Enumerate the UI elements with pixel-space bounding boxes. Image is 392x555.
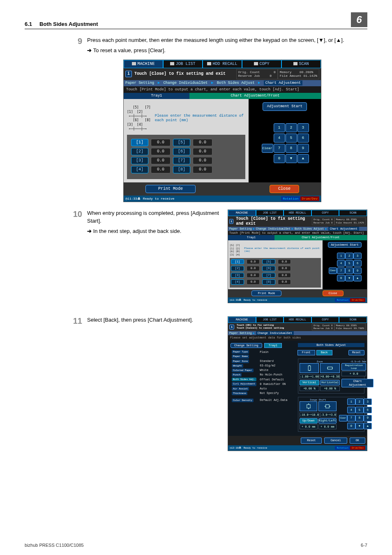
key-6[interactable]: 6 bbox=[297, 134, 309, 143]
tab-joblist[interactable]: JOB LIST bbox=[256, 210, 284, 216]
footer-model: bizhub PRESS C1100/C1085 bbox=[25, 543, 84, 548]
page-header: 6.1 Both Sides Adjustment 6 bbox=[25, 12, 367, 29]
crumb-chart-adjustment: Chart Adjustment bbox=[264, 81, 302, 85]
key-up[interactable]: ▲ bbox=[297, 154, 309, 163]
setting-paper-size[interactable]: Paper Size bbox=[232, 359, 249, 363]
setting-colored-paper[interactable]: Colored Paper bbox=[232, 368, 254, 372]
point-6-button[interactable]: [6] bbox=[173, 148, 190, 155]
tab-copy[interactable]: COPY bbox=[311, 317, 339, 322]
chevron-right-icon: ▶ bbox=[211, 81, 213, 85]
key-2[interactable]: 2 bbox=[286, 123, 297, 132]
key-3[interactable]: 3 bbox=[297, 123, 309, 132]
crumb-change-individual[interactable]: Change IndividualSet bbox=[163, 81, 208, 85]
tab-scan[interactable]: SCAN bbox=[339, 210, 367, 216]
close-button[interactable]: Close bbox=[270, 185, 299, 193]
point-3-button[interactable]: [3] bbox=[131, 157, 148, 164]
zoom-h-icon[interactable] bbox=[320, 363, 340, 373]
tab-scan[interactable]: SCAN bbox=[281, 60, 321, 68]
shift-h-icon[interactable] bbox=[318, 401, 337, 411]
point-1-value: 0.0 bbox=[151, 139, 171, 146]
tab-machine[interactable]: MACHINE bbox=[228, 317, 256, 322]
tab-machine[interactable]: MACHINE bbox=[228, 210, 256, 216]
tab-hdd[interactable]: HDD RECALL bbox=[284, 210, 311, 216]
status-bar: ◷11:33 🖶 Ready to receive Rotation Drum/… bbox=[124, 196, 321, 202]
setting-weight[interactable]: Weight bbox=[232, 364, 243, 368]
adjustment-start-button[interactable]: Adjustment Start bbox=[328, 242, 361, 248]
tab-tray1[interactable]: Tray1 bbox=[124, 93, 189, 99]
point-5-button[interactable]: [5] bbox=[173, 139, 190, 146]
point-value-table: [1]0.0[5]0.0 [2]0.0[6]0.0 [3]0.0[7]0.0 [… bbox=[127, 135, 245, 179]
tab-joblist[interactable]: JOB LIST bbox=[256, 317, 284, 322]
print-mode-button[interactable]: Print Mode bbox=[145, 185, 196, 193]
step-text: When entry processing is completed, pres… bbox=[87, 210, 222, 225]
setting-both-sides[interactable]: Both Sides Adj. bbox=[232, 378, 256, 381]
table-row: Paper TypePlain bbox=[231, 350, 293, 354]
key-9[interactable]: 9 bbox=[297, 144, 309, 153]
tab-hdd[interactable]: HDD RECALL bbox=[284, 317, 311, 322]
point-7-button[interactable]: [7] bbox=[173, 157, 190, 164]
cancel-button[interactable]: Cancel bbox=[324, 438, 347, 443]
screenshot-chart-adjustment-small: MACHINE JOB LIST HDD RECALL COPY SCAN iT… bbox=[228, 210, 367, 303]
reset-button[interactable]: Reset bbox=[301, 438, 322, 443]
key-4[interactable]: 4 bbox=[274, 134, 285, 143]
chart-adjustment-button[interactable]: Chart Adjustment bbox=[341, 379, 374, 387]
adjustment-start-button[interactable]: Adjustment Start bbox=[263, 102, 307, 111]
tab-machine[interactable]: MACHINE bbox=[124, 60, 163, 68]
settings-hint: Please set adjustment data for both side… bbox=[228, 335, 367, 340]
hdd-icon bbox=[207, 62, 211, 65]
point-1-button[interactable]: [1] bbox=[131, 139, 148, 146]
setting-curl[interactable]: Curl Adjustment bbox=[232, 382, 256, 386]
tab-copy[interactable]: COPY bbox=[242, 60, 281, 68]
tab-copy[interactable]: COPY bbox=[311, 210, 339, 216]
copy-icon bbox=[254, 62, 258, 65]
setting-paper-type[interactable]: Paper Type bbox=[232, 350, 249, 354]
table-row: Air AssistAuto bbox=[231, 387, 293, 391]
vertical-button[interactable]: Vertical bbox=[300, 380, 319, 385]
tab-chart-front[interactable]: Chart Adjustment/Front bbox=[189, 93, 321, 99]
key-5[interactable]: 5 bbox=[286, 134, 297, 143]
key-8[interactable]: 8 bbox=[286, 144, 297, 153]
crumb-both-sides[interactable]: Both Sides Adjust bbox=[217, 81, 255, 85]
shift-v-icon[interactable] bbox=[300, 401, 318, 411]
table-row: Curl Adjustment0 Humidifier ON bbox=[231, 382, 293, 386]
key-0[interactable]: 0 bbox=[274, 154, 285, 163]
key-1[interactable]: 1 bbox=[274, 123, 285, 132]
horizontal-button[interactable]: Horizontal bbox=[320, 380, 340, 385]
front-tab[interactable]: Front bbox=[297, 350, 315, 355]
back-tab[interactable]: Back bbox=[316, 350, 332, 355]
zoom-v-icon[interactable] bbox=[300, 363, 319, 373]
setting-punch[interactable]: Punch bbox=[232, 373, 242, 377]
registration-loop-button[interactable]: Registration Loop bbox=[341, 363, 366, 371]
svg-rect-0 bbox=[308, 366, 311, 370]
setting-thickness[interactable]: Thickness bbox=[232, 391, 247, 395]
tab-tray1[interactable]: Tray1 bbox=[264, 343, 282, 348]
chapter-badge: 6 bbox=[351, 12, 367, 27]
ok-button[interactable]: OK bbox=[350, 438, 365, 443]
info-message: Touch [Close] to fix setting and exit bbox=[134, 71, 226, 76]
setting-color-density[interactable]: Color Density bbox=[232, 398, 254, 402]
tab-hdd[interactable]: HDD RECALL bbox=[203, 60, 242, 68]
tab-scan[interactable]: SCAN bbox=[339, 317, 367, 322]
tab-joblist[interactable]: JOB LIST bbox=[163, 60, 203, 68]
reset-button[interactable]: Reset bbox=[348, 350, 364, 355]
point-2-button[interactable]: [2] bbox=[131, 148, 148, 155]
key-7[interactable]: 7 bbox=[274, 144, 285, 153]
table-row: ThicknessNot Specify bbox=[231, 391, 293, 396]
setting-air-assist[interactable]: Air Assist bbox=[232, 387, 249, 391]
point-1-button[interactable]: [1] bbox=[231, 259, 244, 264]
zoom-icons bbox=[300, 363, 340, 373]
key-down[interactable]: ▼ bbox=[286, 154, 297, 163]
point-8-button[interactable]: [8] bbox=[173, 166, 190, 173]
status-drum: Drum/Dev bbox=[300, 196, 319, 201]
updown-button[interactable]: Up/Down bbox=[300, 418, 318, 423]
point-4-button[interactable]: [4] bbox=[131, 166, 148, 173]
arrow-icon: ➔ bbox=[87, 228, 93, 234]
info-bar: i Touch [Close] to fix setting and exit … bbox=[124, 68, 321, 80]
arrow-icon: ➔ bbox=[87, 47, 93, 53]
rightleft-button[interactable]: Right/Left bbox=[318, 418, 337, 423]
crumb-paper-setting[interactable]: Paper Setting bbox=[125, 81, 154, 85]
setting-paper-name[interactable]: Paper Name bbox=[232, 355, 249, 358]
machine-icon bbox=[132, 62, 136, 65]
key-clear[interactable]: Clear bbox=[262, 144, 273, 153]
change-setting-button[interactable]: Change Setting bbox=[231, 343, 262, 348]
